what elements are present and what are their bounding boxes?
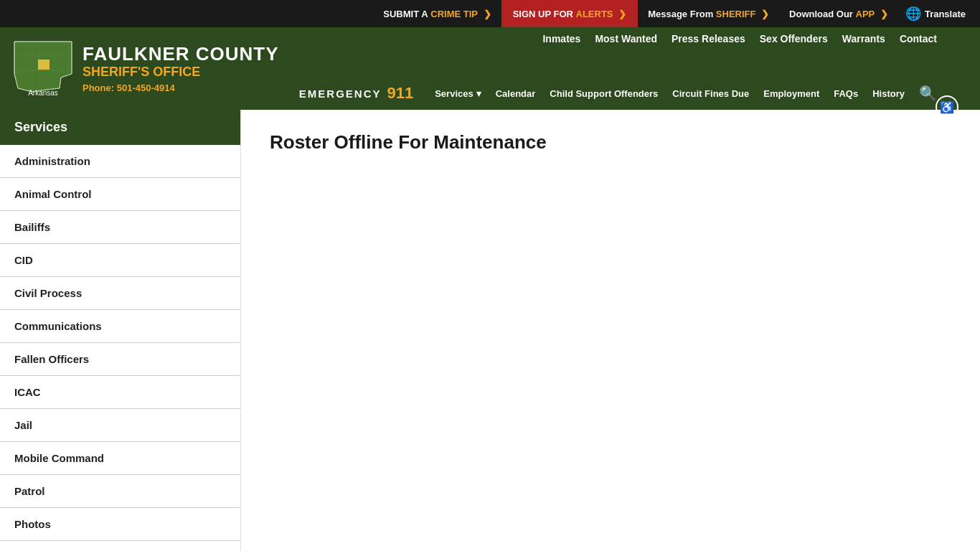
nav-inmates[interactable]: Inmates [542,33,580,44]
header-nav: Inmates Most Wanted Press Releases Sex O… [290,27,980,110]
sidebar-item-icac[interactable]: ICAC [0,376,240,409]
svg-rect-8 [38,60,50,70]
services-dropdown-icon: ▾ [476,88,481,99]
header: Arkansas FAULKNER COUNTY SHERIFF'S OFFIC… [0,27,980,110]
translate-label: Translate [925,9,966,19]
alerts-chevron: ❯ [618,9,626,19]
sidebar-item-bailiffs[interactable]: Bailiffs [0,211,240,244]
sheriff-chevron: ❯ [761,9,769,19]
nav-sex-offenders[interactable]: Sex Offenders [760,33,828,44]
sidebar-item-animal-control[interactable]: Animal Control [0,178,240,211]
county-name: FAULKNER COUNTY [83,44,279,65]
app-prefix: Download Our [789,9,853,19]
emergency-number: 911 [387,84,413,103]
app-highlight: APP [856,9,875,19]
phone-number: 501-450-4914 [117,83,175,93]
content-area: Roster Offline For Maintenance [241,110,980,551]
sidebar-item-mobile-command[interactable]: Mobile Command [0,442,240,475]
nav-most-wanted[interactable]: Most Wanted [595,33,657,44]
nav-circuit-fines[interactable]: Circuit Fines Due [665,88,756,99]
sheriff-prefix: Message From [648,9,713,19]
sidebar-item-reserves[interactable]: Reserves [0,541,240,551]
crime-tip-button[interactable]: SUBMIT A CRIME TIP ❯ [373,0,501,27]
nav-press-releases[interactable]: Press Releases [672,33,745,44]
crime-tip-prefix: SUBMIT A [383,9,428,19]
nav-services[interactable]: Services ▾ [428,88,489,99]
header-nav-bottom: EMERGENCY 911 Services ▾ Calendar Child … [290,84,980,110]
nav-faqs[interactable]: FAQs [826,88,865,99]
app-chevron: ❯ [880,9,888,19]
search-icon[interactable]: 🔍 [919,85,937,102]
page-title: Roster Offline For Maintenance [270,131,951,154]
accessibility-icon[interactable]: ♿ [936,95,958,118]
svg-text:Arkansas: Arkansas [28,89,58,97]
sidebar-item-jail[interactable]: Jail [0,409,240,442]
header-logo: Arkansas FAULKNER COUNTY SHERIFF'S OFFIC… [0,27,290,110]
sidebar-title: Services [0,110,240,145]
sidebar-item-administration[interactable]: Administration [0,145,240,178]
sidebar: Services Administration Animal Control B… [0,110,241,551]
phone-label: Phone: [83,83,114,93]
nav-history[interactable]: History [865,88,912,99]
arkansas-map: Arkansas [11,38,75,99]
sheriff-highlight: SHERIFF [716,9,756,19]
office-name: SHERIFF'S OFFICE [83,65,279,80]
nav-employment[interactable]: Employment [756,88,826,99]
globe-icon: 🌐 [905,6,921,22]
alerts-button[interactable]: SIGN UP FOR ALERTS ❯ [501,0,639,27]
emergency-label: EMERGENCY [299,88,382,100]
crime-tip-highlight: CRIME TIP [430,9,478,19]
phone: Phone: 501-450-4914 [83,83,279,93]
sidebar-item-photos[interactable]: Photos [0,508,240,541]
nav-calendar[interactable]: Calendar [489,88,543,99]
sidebar-item-fallen-officers[interactable]: Fallen Officers [0,343,240,376]
sheriff-message-button[interactable]: Message From SHERIFF ❯ [638,0,779,27]
emergency-badge: EMERGENCY 911 [299,84,413,103]
alerts-prefix: SIGN UP FOR [513,9,573,19]
nav-warrants[interactable]: Warrants [842,33,885,44]
sidebar-item-civil-process[interactable]: Civil Process [0,277,240,310]
alerts-highlight: ALERTS [576,9,613,19]
top-bar: SUBMIT A CRIME TIP ❯ SIGN UP FOR ALERTS … [0,0,980,27]
nav-contact[interactable]: Contact [900,33,937,44]
header-nav-top: Inmates Most Wanted Press Releases Sex O… [290,27,980,50]
sidebar-item-patrol[interactable]: Patrol [0,475,240,508]
translate-button[interactable]: 🌐 Translate [898,6,973,22]
sidebar-item-communications[interactable]: Communications [0,310,240,343]
main-container: Services Administration Animal Control B… [0,110,980,551]
nav-child-support[interactable]: Child Support Offenders [542,88,665,99]
download-app-button[interactable]: Download Our APP ❯ [779,0,898,27]
sidebar-item-cid[interactable]: CID [0,244,240,277]
logo-text: FAULKNER COUNTY SHERIFF'S OFFICE Phone: … [83,44,279,93]
crime-tip-chevron: ❯ [484,9,491,19]
